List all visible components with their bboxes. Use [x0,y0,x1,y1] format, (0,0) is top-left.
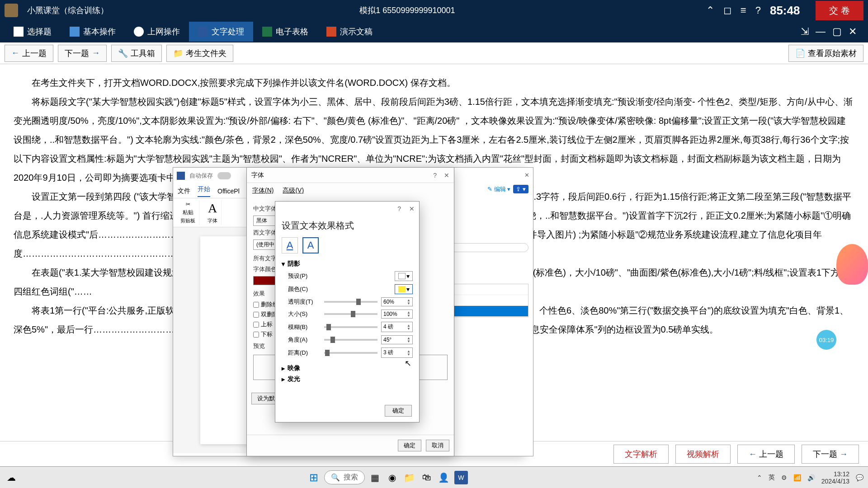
window-icon[interactable]: ◻ [723,5,731,16]
folder-icon: 📁 [173,48,183,58]
blur-input[interactable]: 4 磅▲▼ [381,322,413,332]
store-icon[interactable]: 🛍 [420,471,434,484]
exam-info: 模拟1 6550999999910001 [108,5,706,16]
word-tab-file[interactable]: 文件 [178,187,190,195]
video-analysis-button[interactable]: 视频解析 [675,445,731,464]
text-analysis-button[interactable]: 文字解析 [613,445,669,464]
tab-network[interactable]: 上网操作 [125,22,189,42]
word-tab-home[interactable]: 开始 [198,185,210,197]
transparency-slider[interactable] [324,301,377,303]
effects-tab[interactable]: A [302,237,319,253]
document-icon: 📄 [795,48,805,58]
size-input[interactable]: 100%▲▼ [381,310,413,319]
prev-question-button[interactable]: ←上一题 [5,45,53,62]
tray-chevron-icon[interactable]: ⌃ [757,474,762,481]
taskbar-search[interactable]: 🔍搜索 [324,470,365,484]
font-dialog-title: 字体 [251,171,264,179]
effect-ok-button[interactable]: 确定 [385,405,412,417]
title-bar: 小黑课堂（综合训练） 模拟1 6550999999910001 ⌃ ◻ ≡ ? … [0,0,868,21]
submit-button[interactable]: 交 卷 [816,1,863,20]
bottom-next-button[interactable]: 下一题 → [802,445,859,464]
font-tab-advanced[interactable]: 高级(V) [283,187,304,195]
volume-icon[interactable]: 🔊 [807,474,815,481]
weather-icon[interactable]: ☁ [5,471,18,484]
tab-word[interactable]: 文字处理 [189,22,253,42]
tab-basic[interactable]: 基本操作 [61,22,125,42]
font-cancel-button[interactable]: 取消 [426,440,449,451]
font-a-icon[interactable]: A [208,201,217,216]
shadow-section-toggle[interactable]: ▾阴影 [282,260,413,268]
app-icon[interactable]: 👤 [437,471,451,484]
ime-indicator[interactable]: 英 [769,474,775,482]
arrow-left-icon: ← [749,450,759,459]
tray-icon-1[interactable]: ⚙ [781,474,787,481]
autosave-label: 自动保存 [189,172,213,180]
glow-section-toggle[interactable]: ▸发光 [282,375,413,383]
question-p1: 在考生文件夹下，打开文档WORD.DOCX,按照要求完成下列操作并以该文件名(W… [14,73,854,92]
text-effect-dialog: ? ✕ 设置文本效果格式 A A ▾阴影 预设(P) ▾ 颜色(C) ▾ 透明度… [275,201,420,422]
copilot-icon[interactable]: ◉ [386,471,399,484]
start-button[interactable]: ⊞ [307,471,321,484]
next-question-button[interactable]: 下一题→ [58,45,107,62]
font-dialog-close-icon[interactable]: ✕ [444,172,449,179]
preset-dropdown[interactable]: ▾ [395,271,413,281]
shadow-color-dropdown[interactable]: ▾ [395,284,413,294]
distance-slider[interactable] [324,352,377,354]
wrench-icon: 🔧 [118,48,128,58]
autosave-toggle[interactable] [217,172,231,179]
font-tab-font[interactable]: 字体(N) [252,187,274,195]
windows-taskbar: ☁ ⊞ 🔍搜索 ▦ ◉ 📁 🛍 👤 W ⌃ 英 ⚙ 📶 🔊 13:12 2024… [0,466,868,488]
app-title: 小黑课堂（综合训练） [27,5,108,16]
minimize-icon[interactable]: — [816,26,826,38]
word-tab-office[interactable]: OfficePl [217,188,240,195]
size-slider[interactable] [324,313,377,315]
reflect-section-toggle[interactable]: ▸映像 [282,364,413,372]
effect-help-icon[interactable]: ? [397,205,401,212]
panel-close-icon[interactable]: ✕ [524,172,529,178]
effect-dialog-title: 设置文本效果格式 [275,216,419,235]
effect-close-icon[interactable]: ✕ [409,205,415,212]
bottom-prev-button[interactable]: ← 上一题 [737,445,795,464]
category-tabs: 选择题 基本操作 上网操作 文字处理 电子表格 演示文稿 ⇲ — ▢ ✕ [0,21,868,42]
angle-slider[interactable] [324,339,377,341]
share-button[interactable]: ⇪ ▾ [513,185,528,193]
tab-excel[interactable]: 电子表格 [253,22,317,42]
view-source-button[interactable]: 📄查看原始素材 [788,45,863,62]
wifi-icon[interactable]: 📶 [793,474,801,481]
search-icon: 🔍 [331,473,340,482]
taskview-icon[interactable]: ▦ [368,471,382,484]
tab-select[interactable]: 选择题 [5,22,61,42]
font-ok-button[interactable]: 确定 [398,440,421,451]
tab-ppt[interactable]: 演示文稿 [317,22,382,42]
clipboard-label: 剪贴板 [180,217,195,224]
word-icon [177,172,185,180]
edit-dropdown[interactable]: ✎ 编辑 ▾ [487,185,510,193]
toolbox-button[interactable]: 🔧工具箱 [111,45,162,62]
cut-icon[interactable]: ✂ [186,201,190,207]
notification-icon[interactable]: 💬 [856,474,863,481]
word-taskbar-icon[interactable]: W [454,471,468,484]
arrow-right-icon: → [837,450,848,459]
collapse-icon[interactable]: ⌃ [706,5,714,16]
avatar [5,4,18,17]
arrow-left-icon: ← [11,48,19,58]
distance-input[interactable]: 3 磅▲▼ [381,347,413,358]
close-icon[interactable]: ✕ [849,26,857,38]
font-dialog-help-icon[interactable]: ? [433,172,437,179]
recording-time-pill: 03:19 [816,330,836,350]
angle-input[interactable]: 45°▲▼ [381,335,413,344]
paste-button[interactable]: 粘贴 [183,209,193,216]
exam-folder-button[interactable]: 📁考生文件夹 [166,45,233,62]
help-icon[interactable]: ? [755,5,761,16]
mascot-icon[interactable] [836,244,868,285]
taskbar-clock[interactable]: 13:12 2024/4/13 [821,470,849,485]
explorer-icon[interactable]: 📁 [403,471,416,484]
blur-slider[interactable] [324,326,377,328]
chevron-down-icon: ▾ [282,260,285,267]
pin-icon[interactable]: ⇲ [801,26,809,38]
list-icon[interactable]: ≡ [741,5,746,16]
fill-outline-tab[interactable]: A [282,237,298,253]
transparency-input[interactable]: 60%▲▼ [381,297,413,306]
chevron-right-icon: ▸ [282,365,285,372]
maximize-icon[interactable]: ▢ [832,26,842,38]
